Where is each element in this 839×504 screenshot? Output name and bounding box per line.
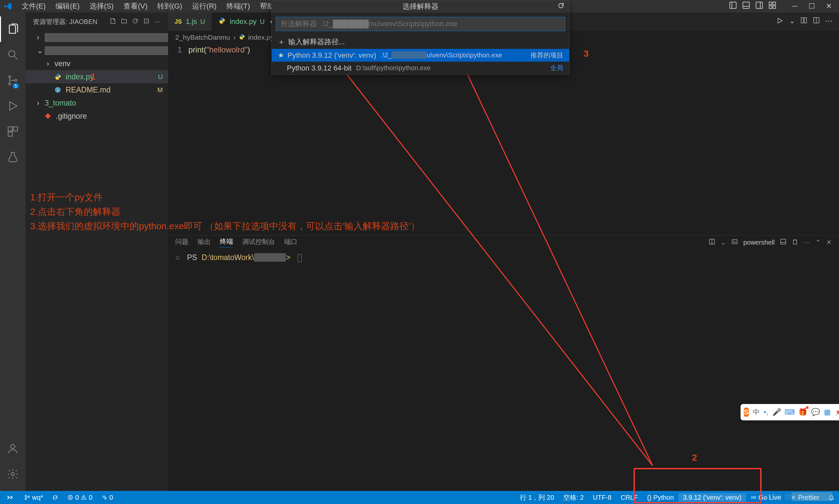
menu-selection[interactable]: 选择(S) xyxy=(85,0,118,13)
search-icon[interactable] xyxy=(0,42,25,68)
ports-status[interactable]: 0 xyxy=(97,494,118,501)
tab-debug-console[interactable]: 调试控制台 xyxy=(242,237,275,248)
new-folder-icon[interactable] xyxy=(121,18,127,26)
tree-item[interactable]: .gitignore xyxy=(25,109,168,123)
picker-enter-path[interactable]: ＋ 输入解释器路径... xyxy=(272,35,569,49)
ime-chat-icon[interactable]: 💬 xyxy=(811,408,820,417)
explorer-icon[interactable] xyxy=(0,16,25,42)
run-file-icon[interactable] xyxy=(776,17,784,26)
close-button[interactable]: ✕ xyxy=(822,1,836,11)
ime-pin-icon[interactable]: 📌 xyxy=(835,408,839,417)
tree-item[interactable]: ›█████ xyxy=(25,31,168,44)
powershell-icon[interactable] xyxy=(731,238,738,247)
ime-toolbar[interactable]: S 中 •, 🎤 ⌨ 🎁 💬 ▦ 📌 xyxy=(740,404,839,420)
chevron-icon[interactable]: ⌄ xyxy=(37,46,45,55)
picker-item-global[interactable]: Python 3.9.12 64-bit D:\soft\python\pyth… xyxy=(272,62,569,74)
tree-item[interactable]: ⌄████████ xyxy=(25,44,168,57)
status-bar: wq* 0 0 0 行 1，列 20 空格: 2 UTF-8 CRLF {} P… xyxy=(0,491,839,504)
maximize-button[interactable]: ☐ xyxy=(805,1,819,11)
tree-item[interactable]: index.pyU xyxy=(25,70,168,83)
source-control-icon[interactable]: 5 xyxy=(0,68,25,93)
chevron-icon[interactable]: › xyxy=(37,33,45,42)
accounts-icon[interactable] xyxy=(0,436,25,461)
menu-go[interactable]: 转到(G) xyxy=(153,0,187,13)
tab-ports[interactable]: 端口 xyxy=(284,237,297,248)
layout-terminal-icon[interactable] xyxy=(780,238,787,247)
split-terminal-icon[interactable] xyxy=(709,238,715,247)
ime-gift-icon[interactable]: 🎁 xyxy=(798,408,807,417)
eol[interactable]: CRLF xyxy=(616,493,643,502)
diff-icon[interactable] xyxy=(800,17,807,26)
refresh-icon[interactable] xyxy=(132,18,138,26)
picker-input[interactable] xyxy=(276,17,565,31)
run-debug-icon[interactable] xyxy=(0,93,25,119)
tree-item[interactable]: iREADME.mdM xyxy=(25,83,168,96)
tab-1js[interactable]: JS 1.js U xyxy=(168,13,212,31)
indentation[interactable]: 空格: 2 xyxy=(559,493,588,502)
kill-terminal-icon[interactable] xyxy=(792,238,798,247)
branch-name: wq* xyxy=(32,494,43,501)
tree-item[interactable]: ›venv xyxy=(25,57,168,70)
menu-terminal[interactable]: 终端(T) xyxy=(222,0,255,13)
settings-icon[interactable] xyxy=(0,461,25,487)
refresh-icon[interactable] xyxy=(558,2,565,11)
split-editor-icon[interactable] xyxy=(813,17,820,26)
encoding[interactable]: UTF-8 xyxy=(588,493,616,502)
cursor-position[interactable]: 行 1，列 20 xyxy=(515,493,559,502)
tab-problems[interactable]: 问题 xyxy=(175,237,188,248)
close-panel-icon[interactable]: ✕ xyxy=(826,238,832,246)
svg-point-10 xyxy=(8,51,15,57)
extensions-icon[interactable] xyxy=(0,119,25,144)
new-file-icon[interactable] xyxy=(110,18,116,26)
menu-edit[interactable]: 编辑(E) xyxy=(51,0,84,13)
ime-lang[interactable]: 中 xyxy=(753,408,760,417)
python-interpreter[interactable]: 3.9.12 ('venv': venv) xyxy=(679,493,746,502)
remote-indicator[interactable] xyxy=(0,491,20,504)
more-actions-icon[interactable]: ⋯ xyxy=(825,17,833,26)
terminal-dropdown-icon[interactable]: ⌄ xyxy=(720,238,726,246)
menu-file[interactable]: 文件(E) xyxy=(17,0,50,13)
maximize-panel-icon[interactable]: ⌃ xyxy=(815,238,821,246)
picker-item-venv[interactable]: ★ Python 3.9.12 ('venv': venv) .\2_█████… xyxy=(272,49,569,62)
picker-item-label: Python 3.9.12 ('venv': venv) xyxy=(288,51,376,60)
tab-indexpy[interactable]: index.py U ● xyxy=(212,13,281,31)
layout-toggle-3-icon[interactable] xyxy=(755,1,764,12)
svg-rect-7 xyxy=(773,2,776,5)
layout-toggle-1-icon[interactable] xyxy=(729,1,737,12)
testing-icon[interactable] xyxy=(0,144,25,170)
terminal-content[interactable]: ○ PS D:\tomatoWork\██████> xyxy=(168,249,839,491)
minimize-button[interactable]: ─ xyxy=(788,1,802,11)
language-mode[interactable]: {} Python xyxy=(643,493,679,502)
terminal-shell-label[interactable]: powershell xyxy=(743,239,775,246)
problems-status[interactable]: 0 0 xyxy=(63,494,97,501)
tab-terminal[interactable]: 终端 xyxy=(220,237,233,248)
code-line[interactable]: print("hellowolrd") xyxy=(188,45,250,54)
more-icon[interactable]: ⋯ xyxy=(154,18,161,26)
chevron-icon[interactable]: › xyxy=(47,59,54,68)
run-dropdown-icon[interactable]: ⌄ xyxy=(789,17,795,26)
customize-layout-icon[interactable] xyxy=(768,1,777,12)
plus-icon: ＋ xyxy=(278,37,285,47)
menu-view[interactable]: 查看(V) xyxy=(119,0,152,13)
tree-item-label: venv xyxy=(54,59,168,68)
ime-keyboard-icon[interactable]: ⌨ xyxy=(785,408,794,417)
more-terminal-icon[interactable]: ⋯ xyxy=(804,238,810,246)
ime-full-icon[interactable]: •, xyxy=(764,408,768,417)
ime-grid-icon[interactable]: ▦ xyxy=(824,408,831,417)
tab-badge: U xyxy=(200,18,205,25)
svg-point-14 xyxy=(15,79,17,81)
menu-run[interactable]: 运行(R) xyxy=(187,0,221,13)
chevron-icon[interactable]: › xyxy=(37,99,45,108)
tab-output[interactable]: 输出 xyxy=(198,237,211,248)
breadcrumb-folder[interactable]: 2_hyBatchDanmu xyxy=(175,33,230,41)
layout-toggle-2-icon[interactable] xyxy=(742,1,750,12)
svg-rect-8 xyxy=(769,6,772,8)
git-branch[interactable]: wq* xyxy=(20,494,48,501)
svg-rect-2 xyxy=(743,2,749,8)
collapse-icon[interactable] xyxy=(143,18,150,26)
sync-icon[interactable] xyxy=(48,494,63,500)
ime-mic-icon[interactable]: 🎤 xyxy=(772,408,781,417)
tree-item[interactable]: ›3_tomato xyxy=(25,96,168,109)
breadcrumb-file[interactable]: index.py xyxy=(248,33,274,41)
ime-logo-icon[interactable]: S xyxy=(744,408,749,417)
